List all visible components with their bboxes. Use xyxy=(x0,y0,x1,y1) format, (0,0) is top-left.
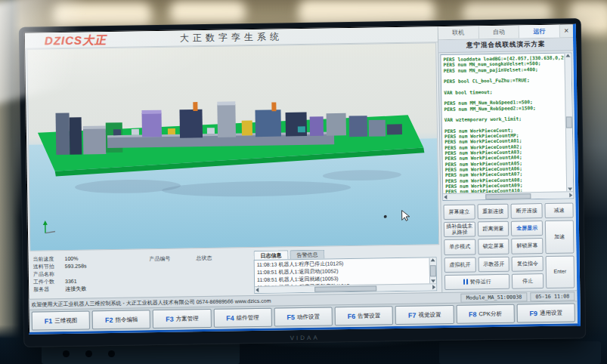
module-indicator: Module_MA_51:00038 xyxy=(461,292,528,302)
scroll-down-icon[interactable] xyxy=(568,187,572,190)
status-value: 3361 xyxy=(65,279,77,285)
fkey-label: 告警设置 xyxy=(358,312,380,319)
function-key-button[interactable]: F8 CPK分析 xyxy=(456,304,515,324)
wall-pillar xyxy=(0,0,21,364)
fkey-number: F2 xyxy=(105,316,113,323)
right-panel: 联机 自动 运行 ✕ 意宁混合线联线演示方案 PERS loaddata loa… xyxy=(438,24,578,292)
ceiling-light xyxy=(170,2,246,24)
status-item: 服务器 连接失败 xyxy=(33,285,145,292)
fkey-number: F9 xyxy=(529,310,537,317)
fkey-label: 方案管理 xyxy=(176,315,199,322)
factory-machine xyxy=(439,341,601,364)
function-key-button[interactable]: F3 方案管理 xyxy=(153,309,212,329)
tab-alarm-info[interactable]: 告警信息 xyxy=(290,250,324,260)
scroll-thumb[interactable] xyxy=(566,116,572,128)
btn-accelerate[interactable]: 加速 xyxy=(545,221,574,254)
fkey-label: 动作设置 xyxy=(297,313,320,320)
status-label: 当前速度 xyxy=(33,256,58,263)
scroll-up-icon[interactable] xyxy=(431,258,435,261)
code-vertical-scrollbar[interactable] xyxy=(564,53,573,191)
3d-scene xyxy=(27,43,438,250)
status-item: 当前速度 100% xyxy=(33,254,144,262)
scroll-down-icon[interactable] xyxy=(431,279,435,282)
tab-auto[interactable]: 自动 xyxy=(478,25,519,39)
function-key-button[interactable]: F1 三维视图 xyxy=(32,310,91,330)
scroll-right-icon[interactable] xyxy=(569,193,572,197)
function-key-button[interactable]: F6 告警设置 xyxy=(335,306,394,325)
scroll-right-icon[interactable] xyxy=(432,285,435,289)
btn-distance-measure[interactable]: 距离测量 xyxy=(477,221,509,237)
code-horizontal-scrollbar[interactable] xyxy=(443,191,573,200)
scroll-thumb[interactable] xyxy=(485,193,531,199)
datetime-indicator: 05-16 11:08 xyxy=(530,292,574,301)
log-vertical-scrollbar[interactable] xyxy=(429,258,437,283)
close-icon[interactable]: ✕ xyxy=(560,24,573,37)
status-value: 593.258s xyxy=(65,263,87,269)
fkey-number: F1 xyxy=(45,317,53,325)
scroll-left-icon[interactable] xyxy=(255,288,259,292)
btn-disconnect[interactable]: 断开连接 xyxy=(511,203,543,219)
status-item: 产品名称 xyxy=(33,270,145,277)
btn-reset-command[interactable]: 复位指令 xyxy=(512,256,544,272)
log-panel: 日志信息 告警信息 11:08:13 机器人1:程序已停止(10125)11:0… xyxy=(253,248,438,295)
factory-photo-background: DZICS大正 大正数字孪生系统 xyxy=(0,0,607,364)
btn-interp-path[interactable]: 插补曲线主从路径 xyxy=(444,222,475,238)
machine-hole xyxy=(108,350,115,357)
function-key-button[interactable]: F4 组件管理 xyxy=(213,308,272,328)
function-key-button[interactable]: F7 视觉设置 xyxy=(395,305,454,325)
fkey-number: F4 xyxy=(226,314,234,322)
machine-hole xyxy=(63,350,70,357)
scroll-left-icon[interactable] xyxy=(444,195,447,199)
btn-single-step[interactable]: 单步模式 xyxy=(444,239,475,255)
tab-online[interactable]: 联机 xyxy=(438,26,479,39)
btn-screen-setup[interactable]: 屏幕建立 xyxy=(443,204,475,220)
production-status: 当前速度 100% 送料节拍 593.258s 产品名称 工件个数 3361 xyxy=(33,252,145,298)
monitor-bezel: DZICS大正 大正数字孪生系统 xyxy=(19,18,587,347)
3d-viewport[interactable] xyxy=(26,42,439,251)
btn-unlock-screen[interactable]: 解锁屏幕 xyxy=(512,238,544,254)
btn-stop[interactable]: 停止 xyxy=(512,273,544,289)
btn-teach-pendant[interactable]: 示教器开 xyxy=(478,256,509,272)
status-item: 送料节拍 593.258s xyxy=(33,262,145,270)
btn-decelerate[interactable]: 减速 xyxy=(544,202,573,218)
fkey-label: 指令编辑 xyxy=(115,316,138,323)
fkey-number: F7 xyxy=(408,311,417,319)
main-area: 大正数字孪生系统 xyxy=(25,24,577,298)
fkey-number: F8 xyxy=(469,310,477,318)
log-message-list: 11:08:13 机器人1:程序已停止(10125)11:08:51 机器人1:… xyxy=(255,258,430,286)
btn-virtual-machine[interactable]: 虚拟机开 xyxy=(444,257,476,273)
scroll-thumb[interactable] xyxy=(430,265,436,276)
status-label: 产品编号 xyxy=(149,255,171,296)
tab-run[interactable]: 运行 xyxy=(519,25,560,39)
btn-lock-screen[interactable]: 锁定屏幕 xyxy=(478,239,509,254)
fkey-number: F6 xyxy=(348,312,356,319)
status-row: 当前速度 100% 送料节拍 593.258s 产品名称 工件个数 3361 xyxy=(28,246,441,299)
status-item: 工件个数 3361 xyxy=(33,277,145,285)
fkey-number: F5 xyxy=(286,313,295,321)
fkey-label: 三维视图 xyxy=(54,316,77,324)
btn-fullscreen[interactable]: 全屏显示 xyxy=(511,221,543,236)
status-mid-labels: 产品编号总状态 xyxy=(149,251,249,296)
log-main: 11:08:13 机器人1:程序已停止(10125)11:08:51 机器人1:… xyxy=(255,258,437,286)
function-key-button[interactable]: F9 通用设置 xyxy=(516,303,575,322)
btn-enter[interactable]: Enter xyxy=(546,255,575,288)
log-message-box: 11:08:13 机器人1:程序已停止(10125)11:08:51 机器人1:… xyxy=(254,257,438,294)
rapid-code-box: PERS loaddata loadBG:=[42.057,[330.638,0… xyxy=(440,52,574,201)
fkey-label: 视觉设置 xyxy=(418,311,441,319)
function-key-button[interactable]: F5 动作设置 xyxy=(274,307,333,326)
btn-pause-run[interactable]: 暂停运行 xyxy=(444,274,510,291)
btn-reconnect[interactable]: 重新连接 xyxy=(477,204,509,220)
code-line-list: PERS loaddata loadBG:=[42.057,[330.638,0… xyxy=(441,54,566,194)
left-column: 大正数字孪生系统 xyxy=(25,26,441,299)
function-key-button[interactable]: F2 指令编辑 xyxy=(92,310,151,329)
status-label: 服务器 xyxy=(33,286,59,293)
scroll-up-icon[interactable] xyxy=(565,54,570,57)
tab-log-info[interactable]: 日志信息 xyxy=(253,250,288,260)
plan-title: 意宁混合线联线演示方案 xyxy=(438,38,573,53)
status-label: 送料节拍 xyxy=(33,264,59,270)
dzics-logo: DZICS大正 xyxy=(45,33,107,48)
status-label: 总状态 xyxy=(196,254,212,295)
scroll-thumb[interactable] xyxy=(314,285,377,292)
fkey-label: CPK分析 xyxy=(478,310,502,317)
pause-icon xyxy=(463,279,468,285)
